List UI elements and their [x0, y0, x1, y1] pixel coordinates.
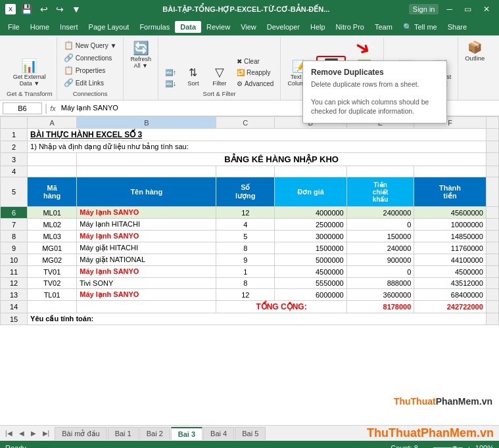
tab-bai-4[interactable]: Bai 4 — [203, 427, 234, 440]
menu-page-layout[interactable]: Page Layout — [83, 21, 135, 33]
sort-az-btn[interactable]: 🔤↑ — [162, 68, 179, 78]
cell-d13[interactable]: 6000000 — [275, 289, 346, 301]
cell-f8[interactable]: 14850000 — [414, 231, 486, 242]
row-num-5[interactable]: 5 — [1, 177, 28, 207]
cell-a11[interactable]: TV01 — [28, 266, 77, 278]
row-num-10[interactable]: 10 — [1, 254, 28, 266]
cell-b9[interactable]: Máy giặt HITACHI — [77, 242, 216, 254]
refresh-all-btn[interactable]: 🔄 RefreshAll ▼ — [128, 39, 154, 71]
row-num-4[interactable]: 4 — [1, 166, 28, 177]
outline-btn[interactable]: 📦 Outline — [462, 39, 487, 64]
maximize-btn[interactable]: ▭ — [460, 3, 475, 15]
cell-f14[interactable]: 242722000 — [414, 301, 486, 313]
get-external-btn[interactable]: 📊 Get ExternalData ▼ — [11, 57, 49, 89]
cell-b14[interactable] — [77, 301, 216, 313]
cell-a12[interactable]: TV02 — [28, 278, 77, 289]
cell-c13[interactable]: 12 — [216, 289, 275, 301]
cell-c4[interactable] — [216, 166, 275, 177]
zoom-in-btn[interactable]: ＋ — [465, 443, 473, 449]
cell-e13[interactable]: 3600000 — [346, 289, 414, 301]
advanced-btn[interactable]: ⚙ Advanced — [234, 79, 276, 89]
cell-a7[interactable]: ML02 — [28, 219, 77, 231]
cell-c6[interactable]: 12 — [216, 207, 275, 219]
nav-last-btn[interactable]: ▶| — [40, 428, 53, 438]
cell-b4[interactable] — [77, 166, 216, 177]
cell-a13[interactable]: TL01 — [28, 289, 77, 301]
cell-a8[interactable]: ML03 — [28, 231, 77, 242]
nav-next-btn[interactable]: ▶ — [28, 428, 39, 438]
row-num-3[interactable]: 3 — [1, 153, 28, 166]
cell-f12[interactable]: 43512000 — [414, 278, 486, 289]
tab-bai-2[interactable]: Bai 2 — [139, 427, 170, 440]
cell-a9[interactable]: MG01 — [28, 242, 77, 254]
row-num-13[interactable]: 13 — [1, 289, 28, 301]
cell-e11[interactable]: 0 — [346, 266, 414, 278]
cell-f13[interactable]: 68400000 — [414, 289, 486, 301]
row-num-9[interactable]: 9 — [1, 242, 28, 254]
row-num-7[interactable]: 7 — [1, 219, 28, 231]
cell-e5[interactable]: Tiềnchiếtkhấu — [346, 177, 414, 207]
menu-home[interactable]: Home — [25, 21, 55, 33]
cell-e4[interactable] — [346, 166, 414, 177]
redo-btn[interactable]: ↪ — [53, 3, 66, 16]
cell-f11[interactable]: 4500000 — [414, 266, 486, 278]
cell-cd14[interactable]: TỔNG CỘNG: — [216, 301, 346, 313]
cell-c12[interactable]: 8 — [216, 278, 275, 289]
cell-e8[interactable]: 150000 — [346, 231, 414, 242]
cell-d9[interactable]: 1500000 — [275, 242, 346, 254]
cell-b13[interactable]: Máy lạnh SANYO — [77, 289, 216, 301]
cell-c7[interactable]: 4 — [216, 219, 275, 231]
tab-bai-1[interactable]: Bai 1 — [108, 427, 139, 440]
cell-d12[interactable]: 5550000 — [275, 278, 346, 289]
menu-team[interactable]: Team — [369, 21, 398, 33]
menu-nitro[interactable]: Nitro Pro — [331, 21, 369, 33]
signin-btn[interactable]: Sign in — [409, 4, 439, 14]
cell-b7[interactable]: Máy lạnh HITACHI — [77, 219, 216, 231]
cell-d7[interactable]: 2500000 — [275, 219, 346, 231]
menu-formulas[interactable]: Formulas — [134, 21, 175, 33]
connections-btn[interactable]: 🔗 Connections — [61, 52, 120, 64]
cell-f9[interactable]: 11760000 — [414, 242, 486, 254]
sort-btn[interactable]: ⇅ Sort — [181, 66, 205, 89]
clear-btn[interactable]: ✖ Clear — [234, 56, 276, 66]
edit-links-btn[interactable]: 🔗 Edit Links — [61, 77, 120, 89]
qat-more-btn[interactable]: ▼ — [69, 3, 83, 16]
cell-e6[interactable]: 2400000 — [346, 207, 414, 219]
cell-c8[interactable]: 5 — [216, 231, 275, 242]
cell-f4[interactable] — [414, 166, 486, 177]
tab-bai-3[interactable]: Bai 3 — [171, 427, 202, 440]
row-num-2[interactable]: 2 — [1, 141, 28, 153]
cell-c10[interactable]: 9 — [216, 254, 275, 266]
cell-a4[interactable] — [28, 166, 77, 177]
save-btn[interactable]: 💾 — [18, 3, 35, 16]
row-num-1[interactable]: 1 — [1, 129, 28, 141]
properties-btn[interactable]: 📋 Properties — [61, 64, 120, 76]
row-num-11[interactable]: 11 — [1, 266, 28, 278]
menu-share[interactable]: Share — [442, 21, 472, 33]
close-btn[interactable]: ✕ — [479, 3, 494, 15]
cell-e7[interactable]: 0 — [346, 219, 414, 231]
cell-c5[interactable]: Sốlượng — [216, 177, 275, 207]
cell-f5[interactable]: Thànhtiền — [414, 177, 486, 207]
menu-developer[interactable]: Developer — [262, 21, 305, 33]
minimize-btn[interactable]: ─ — [442, 3, 456, 15]
zoom-slider[interactable]: ━━━━◉━ — [433, 444, 463, 449]
row-num-8[interactable]: 8 — [1, 231, 28, 242]
row-num-12[interactable]: 12 — [1, 278, 28, 289]
cell-d10[interactable]: 5000000 — [275, 254, 346, 266]
cell-a14[interactable] — [28, 301, 77, 313]
cell-c9[interactable]: 8 — [216, 242, 275, 254]
reapply-btn[interactable]: 🔁 Reapply — [234, 68, 276, 78]
cell-d5[interactable]: Đơn giá — [275, 177, 346, 207]
name-box[interactable] — [3, 102, 42, 114]
cell-f7[interactable]: 10000000 — [414, 219, 486, 231]
new-query-btn[interactable]: 📋 New Query ▼ — [61, 39, 120, 51]
cell-a3[interactable] — [28, 153, 77, 166]
cell-b12[interactable]: Tivi SONY — [77, 278, 216, 289]
cell-b11[interactable]: Máy lạnh SANYO — [77, 266, 216, 278]
get-external-data-btn[interactable]: 📊 Get ExternalData ▼ — [11, 39, 49, 89]
cell-e14[interactable]: 8178000 — [346, 301, 414, 313]
cell-a6[interactable]: ML01 — [28, 207, 77, 219]
cell-e10[interactable]: 900000 — [346, 254, 414, 266]
cell-a5[interactable]: Mãhàng — [28, 177, 77, 207]
